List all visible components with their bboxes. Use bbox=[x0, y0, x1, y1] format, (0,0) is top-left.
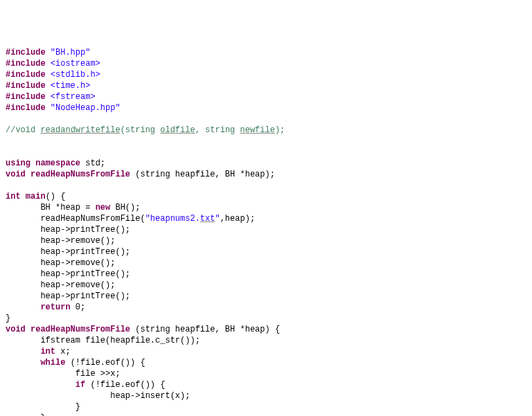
code-line[interactable]: BH *heap = new BH(); bbox=[6, 202, 526, 213]
comment: ); bbox=[275, 125, 285, 135]
token: file >>x; bbox=[6, 369, 121, 379]
keyword-include: #include bbox=[6, 48, 46, 57]
token: BH(); bbox=[110, 203, 140, 212]
token bbox=[46, 70, 51, 80]
code-line[interactable]: } bbox=[6, 401, 526, 413]
code-line[interactable]: //void readandwritefile(string oldfile, … bbox=[6, 125, 526, 136]
code-line[interactable]: if (!file.eof()) { bbox=[6, 379, 526, 390]
token bbox=[6, 347, 40, 356]
token: (string heapfile, BH *heap); bbox=[130, 170, 275, 179]
token: } bbox=[6, 413, 46, 416]
keyword-include: #include bbox=[6, 70, 46, 80]
fn-name: readHeapNumsFromFile bbox=[26, 325, 130, 334]
token: heap->printTree(); bbox=[6, 225, 130, 235]
token: } bbox=[6, 314, 10, 323]
token: heap->remove(); bbox=[6, 236, 115, 246]
keyword: void bbox=[6, 170, 26, 179]
keyword-include: #include bbox=[6, 103, 46, 113]
keyword: int bbox=[6, 192, 21, 201]
string: " bbox=[215, 214, 220, 224]
code-line[interactable]: while (!file.eof()) { bbox=[6, 357, 526, 368]
fn-name: main bbox=[21, 192, 46, 201]
token: ifstream file(heapfile.c_str()); bbox=[6, 336, 200, 345]
comment: , string bbox=[195, 125, 240, 135]
token: heap->insert(x); bbox=[6, 391, 190, 401]
code-line[interactable]: heap->printTree(); bbox=[6, 246, 526, 257]
comment: //void bbox=[6, 125, 40, 135]
keyword: int bbox=[40, 347, 55, 356]
code-editor[interactable]: #include "BH.hpp"#include <iostream>#inc… bbox=[6, 47, 526, 416]
token bbox=[46, 48, 51, 57]
token: (!file.eof()) { bbox=[85, 380, 165, 390]
keyword: return bbox=[40, 302, 70, 312]
keyword: void bbox=[6, 325, 26, 334]
code-line[interactable]: ifstream file(heapfile.c_str()); bbox=[6, 335, 526, 346]
token bbox=[6, 380, 76, 390]
string: "heapnums2. bbox=[145, 214, 200, 224]
token: BH *heap = bbox=[6, 203, 96, 212]
include-path: <time.h> bbox=[51, 81, 91, 91]
code-line[interactable]: } bbox=[6, 313, 526, 324]
token: heap->printTree(); bbox=[6, 247, 130, 257]
include-path: <fstream> bbox=[51, 92, 96, 102]
code-line[interactable]: #include <iostream> bbox=[6, 58, 526, 69]
token: heap->printTree(); bbox=[6, 291, 130, 301]
keyword-include: #include bbox=[6, 92, 46, 102]
comment: oldfile bbox=[160, 125, 195, 135]
code-line[interactable]: #include "NodeHeap.hpp" bbox=[6, 102, 526, 114]
code-line[interactable]: } bbox=[6, 413, 526, 416]
token: (!file.eof()) { bbox=[65, 358, 145, 368]
code-line[interactable]: heap->insert(x); bbox=[6, 390, 526, 401]
comment: readandwritefile bbox=[40, 125, 120, 135]
blank-line bbox=[6, 114, 526, 125]
token: heap->remove(); bbox=[6, 258, 115, 268]
token: () { bbox=[46, 192, 66, 201]
code-line[interactable]: #include <time.h> bbox=[6, 80, 526, 91]
code-line[interactable]: heap->remove(); bbox=[6, 257, 526, 269]
token: heap->remove(); bbox=[6, 280, 115, 290]
fn-name: readHeapNumsFromFile bbox=[26, 170, 130, 179]
code-line[interactable]: heap->remove(); bbox=[6, 235, 526, 246]
include-path: <iostream> bbox=[51, 59, 100, 69]
comment: (string bbox=[121, 125, 161, 135]
code-line[interactable]: int x; bbox=[6, 346, 526, 357]
token bbox=[6, 358, 40, 368]
token: std; bbox=[80, 159, 105, 168]
token bbox=[46, 103, 51, 113]
keyword: namespace bbox=[35, 159, 80, 168]
code-line[interactable]: heap->printTree(); bbox=[6, 291, 526, 302]
code-line[interactable]: heap->printTree(); bbox=[6, 269, 526, 280]
code-line[interactable]: #include <fstream> bbox=[6, 91, 526, 102]
token bbox=[46, 92, 51, 102]
code-line[interactable]: heap->remove(); bbox=[6, 280, 526, 291]
include-path: "NodeHeap.hpp" bbox=[51, 103, 121, 113]
token: } bbox=[6, 402, 80, 412]
keyword-include: #include bbox=[6, 59, 46, 69]
keyword: while bbox=[40, 358, 65, 368]
code-line[interactable]: void readHeapNumsFromFile (string heapfi… bbox=[6, 324, 526, 335]
code-line[interactable]: readHeapNumsFromFile("heapnums2.txt",hea… bbox=[6, 213, 526, 224]
blank-line bbox=[6, 147, 526, 158]
token bbox=[6, 302, 40, 312]
token: heap->printTree(); bbox=[6, 269, 130, 279]
comment: newfile bbox=[240, 125, 274, 135]
code-line[interactable]: void readHeapNumsFromFile (string heapfi… bbox=[6, 169, 526, 180]
token: ,heap); bbox=[220, 214, 255, 224]
code-line[interactable]: file >>x; bbox=[6, 368, 526, 379]
token: x; bbox=[55, 347, 71, 356]
string: txt bbox=[200, 214, 215, 224]
token: readHeapNumsFromFile( bbox=[6, 214, 145, 224]
code-line[interactable]: #include <stdlib.h> bbox=[6, 69, 526, 80]
code-line[interactable]: #include "BH.hpp" bbox=[6, 47, 526, 58]
code-line[interactable]: int main() { bbox=[6, 191, 526, 202]
code-line[interactable]: return 0; bbox=[6, 302, 526, 313]
blank-line bbox=[6, 136, 526, 147]
keyword: if bbox=[76, 380, 85, 390]
blank-line bbox=[6, 180, 526, 191]
keyword: new bbox=[96, 203, 111, 212]
token bbox=[46, 59, 51, 69]
token bbox=[46, 81, 51, 91]
code-line[interactable]: using namespace std; bbox=[6, 158, 526, 169]
token: 0; bbox=[71, 302, 86, 312]
code-line[interactable]: heap->printTree(); bbox=[6, 224, 526, 235]
